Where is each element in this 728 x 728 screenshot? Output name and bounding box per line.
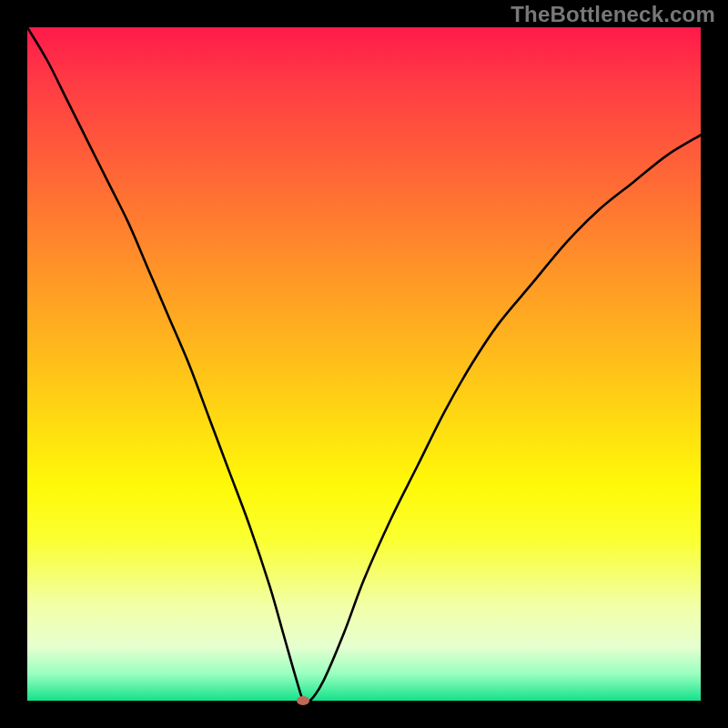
notch-marker — [297, 696, 309, 705]
watermark-text: TheBottleneck.com — [511, 2, 715, 27]
chart-frame: TheBottleneck.com — [0, 0, 728, 728]
bottleneck-curve — [27, 27, 701, 701]
plot-area — [27, 27, 701, 701]
chart-svg — [27, 27, 701, 701]
